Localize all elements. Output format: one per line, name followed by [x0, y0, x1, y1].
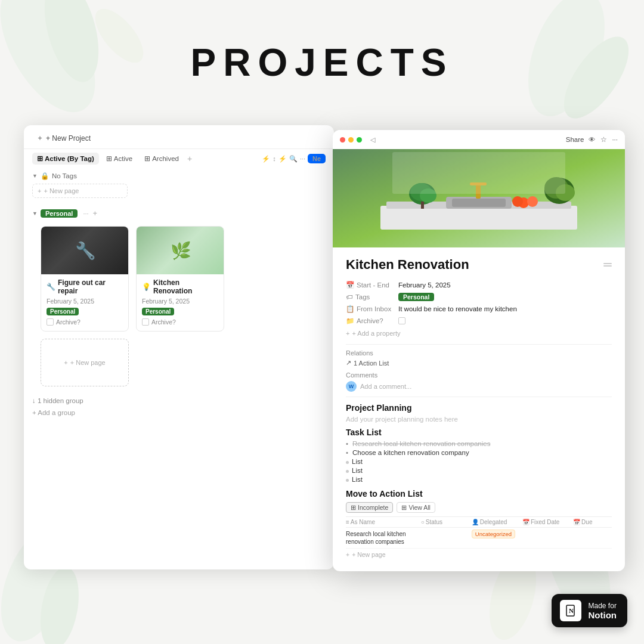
card-title-text: Figure out car repair [58, 278, 123, 295]
right-panel: ◁ Share 👁 ☆ ··· [333, 130, 625, 571]
archive-checkbox[interactable] [47, 318, 54, 326]
mta-add-page[interactable]: + + New page [346, 549, 612, 561]
prop-label-start: 📅 Start - End [346, 281, 394, 289]
prop-value-tag: Personal [398, 293, 434, 301]
project-planning-placeholder[interactable]: Add your project planning notes here [346, 416, 612, 423]
minimize-button[interactable] [603, 263, 612, 267]
row-due [573, 530, 612, 546]
maximize-button[interactable] [357, 137, 362, 143]
grid-icon: ⊞ [351, 504, 356, 511]
hidden-group[interactable]: ↓ 1 hidden group [24, 395, 334, 407]
calendar-icon: 📅 [346, 281, 354, 289]
more-icon[interactable]: ··· [300, 155, 305, 162]
collapse-icon[interactable]: ▼ [32, 173, 38, 179]
task-list-heading: Task List [346, 428, 612, 437]
archive-checkbox[interactable] [398, 317, 405, 324]
add-page-label: + New page [352, 551, 385, 558]
svg-text:N: N [569, 607, 574, 614]
new-project-button[interactable]: ＋ + New Project [32, 131, 95, 145]
more-icon[interactable]: ··· [612, 136, 618, 143]
no-tags-group: ▼ 🔒 No Tags + + New page [24, 167, 334, 205]
eye-icon[interactable]: 👁 [589, 136, 596, 143]
card-car-repair[interactable]: 🔧 Figure out car repair February 5, 2025… [41, 226, 129, 332]
tag-icon: 🏷 [346, 293, 353, 301]
collapse-icon[interactable]: ▼ [32, 210, 38, 216]
card-kitchen-reno[interactable]: 💡 Kitchen Renovation February 5, 2025 Pe… [136, 226, 224, 332]
archive-checkbox[interactable] [142, 318, 149, 326]
prop-label-text: Tags [355, 293, 370, 301]
bulb-icon: 💡 [142, 283, 151, 291]
page-title: PROJECTS [0, 41, 644, 85]
add-property-label: + Add a property [352, 330, 400, 337]
mta-tab-viewall[interactable]: ⊞ View All [397, 502, 435, 513]
mta-tab-incomplete[interactable]: ⊞ Incomplete [346, 502, 393, 513]
share-button[interactable]: Share [566, 136, 584, 143]
close-button[interactable] [340, 137, 345, 143]
tab-active-by-tag[interactable]: ⊞ Active (By Tag) [32, 153, 99, 165]
task-dot [346, 461, 349, 464]
lock-icon: 🔒 [41, 172, 49, 180]
no-tags-header: ▼ 🔒 No Tags [32, 172, 326, 180]
col-icon: 📅 [573, 519, 580, 525]
prop-label-text: Start - End [357, 281, 389, 289]
tab-label: Active (By Tag) [45, 155, 94, 162]
prop-label-tags: 🏷 Tags [346, 293, 394, 301]
detail-title-row: Kitchen Renovation [346, 257, 612, 273]
col-label: As Name [351, 519, 375, 525]
prop-archive: 📁 Archive? [346, 317, 612, 325]
prop-label-text: From Inbox [357, 305, 391, 312]
mta-table-header: ≡ As Name ○ Status 👤 Delegated 📅 Fixed D… [346, 516, 612, 528]
no-tags-add-page[interactable]: + + New page [32, 184, 128, 198]
new-blue-button[interactable]: Ne [308, 154, 326, 163]
personal-group-header: ▼ Personal ··· + [32, 209, 326, 218]
add-page-card[interactable]: + + New page [41, 339, 129, 386]
filter-icon[interactable]: ⚡ [262, 155, 270, 163]
col-label: Status [426, 519, 442, 525]
add-property[interactable]: + + Add a property [346, 330, 612, 337]
add-icon[interactable]: + [93, 209, 98, 218]
archive-label: Archive? [56, 318, 80, 326]
tab-archived[interactable]: ⊞ Archived [140, 153, 184, 165]
add-group-label: + Add a group [32, 409, 75, 416]
search-icon[interactable]: 🔍 [289, 155, 298, 163]
tab-active[interactable]: ⊞ Active [101, 153, 137, 165]
mta-row-1[interactable]: Research local kitchen renovation compan… [346, 528, 612, 549]
card-image-car [41, 227, 129, 274]
prop-value-start: February 5, 2025 [398, 281, 451, 289]
col-status: ○ Status [421, 519, 469, 525]
card-date-car: February 5, 2025 [47, 298, 123, 305]
add-group[interactable]: + Add a group [24, 407, 334, 419]
card-tag-kitchen: Personal [142, 308, 174, 315]
relation-item[interactable]: ↗ 1 Action List [346, 359, 612, 367]
add-comment[interactable]: W Add a comment... [346, 381, 612, 392]
task-item-1: • Research local kitchen renovation comp… [346, 440, 612, 447]
plus-icon: ＋ [36, 133, 44, 143]
col-label: Fixed Date [531, 519, 559, 525]
sort-icon[interactable]: ↕ [273, 155, 276, 162]
tab-actions: ⚡ ↕ ⚡ 🔍 ··· Ne [262, 154, 326, 163]
project-planning-heading: Project Planning [346, 403, 612, 413]
col-icon: 👤 [472, 519, 479, 525]
col-due: 📅 Due [573, 519, 612, 525]
project-title: Kitchen Renovation [346, 257, 469, 273]
task-item-3: List [346, 458, 612, 465]
card-archive-kitchen: Archive? [142, 318, 218, 326]
prop-value-inbox: It would be nice to renovate my kitchen [398, 305, 517, 312]
plus-icon: + [346, 551, 349, 558]
add-view-icon[interactable]: + [187, 154, 192, 163]
divider [346, 344, 612, 345]
no-tags-label: No Tags [52, 172, 77, 179]
bullet: • [346, 449, 348, 456]
more-icon[interactable]: ··· [83, 210, 88, 217]
bolt-icon[interactable]: ⚡ [278, 155, 287, 163]
left-toolbar: ＋ + New Project [24, 125, 334, 149]
add-page-label: + New page [44, 187, 79, 194]
row-delegated: Uncategorized [472, 530, 520, 546]
relation-text: 1 Action List [354, 360, 389, 367]
tab-label: Active [114, 155, 132, 162]
prop-tags: 🏷 Tags Personal [346, 293, 612, 301]
minimize-button[interactable] [348, 137, 354, 143]
tab-label: Incomplete [358, 504, 388, 511]
star-icon[interactable]: ☆ [600, 135, 607, 144]
comments-header: Comments [346, 371, 612, 379]
